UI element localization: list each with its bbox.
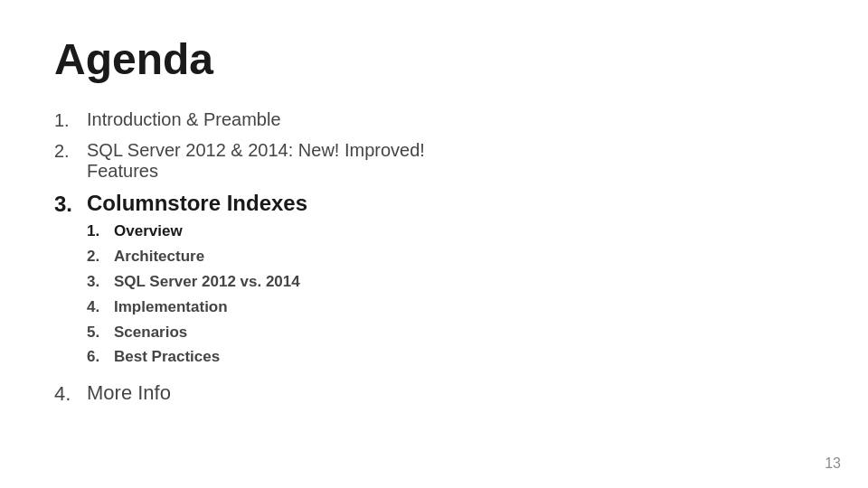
sub-item-text: SQL Server 2012 vs. 2014	[114, 272, 300, 293]
sub-item-number: 5.	[87, 323, 114, 343]
slide-title: Agenda	[54, 36, 814, 84]
item-text-with-sub: Columnstore Indexes 1. Overview 2. Archi…	[87, 191, 814, 373]
main-list: 1. Introduction & Preamble 2. SQL Server…	[54, 109, 814, 407]
sub-item-text: Architecture	[114, 247, 204, 267]
item-text: More Info	[87, 381, 814, 405]
item-text: SQL Server 2012 & 2014: New! Improved!Fe…	[87, 140, 814, 182]
page-number: 13	[825, 455, 841, 472]
item-number: 1.	[54, 109, 87, 131]
item-number: 3.	[54, 191, 87, 217]
sub-list-item: 1. Overview	[87, 221, 814, 242]
sub-item-text: Implementation	[114, 297, 228, 318]
sub-item-text: Scenarios	[114, 323, 187, 343]
sub-list-item: 4. Implementation	[87, 297, 814, 318]
slide: Agenda 1. Introduction & Preamble 2. SQL…	[0, 0, 868, 488]
sub-item-text: Best Practices	[114, 347, 220, 368]
sub-item-number: 4.	[87, 297, 114, 318]
list-item: 2. SQL Server 2012 & 2014: New! Improved…	[54, 140, 814, 182]
item-label: Columnstore Indexes	[87, 191, 307, 215]
list-item: 4. More Info	[54, 381, 814, 406]
item-number: 4.	[54, 381, 87, 406]
sub-list-item: 2. Architecture	[87, 247, 814, 267]
sub-item-text: Overview	[114, 221, 183, 242]
list-item-active: 3. Columnstore Indexes 1. Overview 2. Ar…	[54, 191, 814, 373]
sub-item-number: 6.	[87, 347, 114, 368]
item-number: 2.	[54, 140, 87, 162]
sub-item-number: 1.	[87, 221, 114, 242]
list-item: 1. Introduction & Preamble	[54, 109, 814, 131]
sub-list-item: 6. Best Practices	[87, 347, 814, 368]
sub-list-item: 5. Scenarios	[87, 323, 814, 343]
sub-item-number: 2.	[87, 247, 114, 267]
sub-list: 1. Overview 2. Architecture 3. SQL Serve…	[87, 221, 814, 369]
sub-list-item: 3. SQL Server 2012 vs. 2014	[87, 272, 814, 293]
item-text: Introduction & Preamble	[87, 109, 814, 130]
sub-item-number: 3.	[87, 272, 114, 293]
